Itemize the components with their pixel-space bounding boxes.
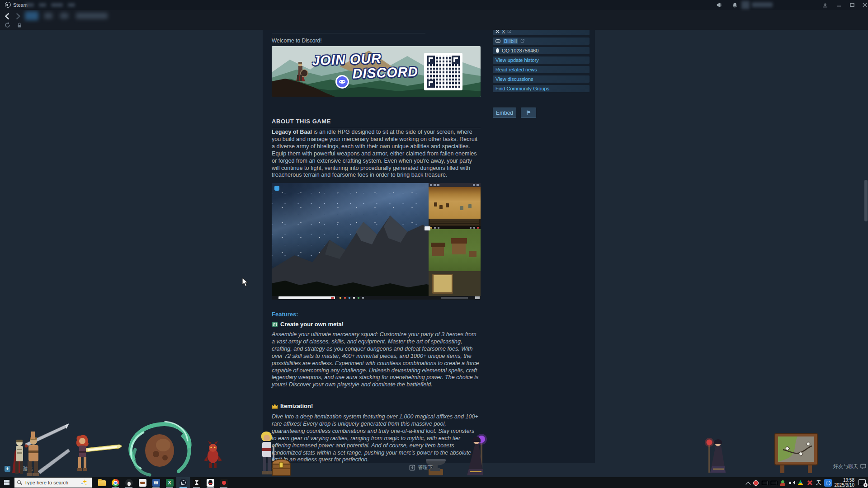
menu-item-blurred[interactable]: [68, 3, 75, 7]
taskbar-excel[interactable]: X: [163, 477, 176, 488]
refresh-icon[interactable]: [5, 22, 11, 28]
scrollbar-thumb[interactable]: [864, 180, 868, 221]
video-dungeon-scene: [429, 271, 481, 296]
discord-banner-image[interactable]: JOIN OUR DISCORD: [272, 46, 481, 97]
steam-footer: + 添加游戏 管理下载 好友与聊天: [0, 463, 868, 477]
maximize-button[interactable]: [847, 1, 857, 9]
excel-icon: X: [166, 479, 174, 487]
notifications-bell-icon[interactable]: [730, 1, 740, 9]
taskbar-apps: W X: [95, 477, 231, 488]
tray-error-icon[interactable]: [806, 479, 814, 487]
system-tray: 天 19:58 2025/3/10 1: [745, 477, 868, 488]
banner-title: JOIN OUR DISCORD: [312, 49, 430, 82]
action-center-icon[interactable]: 1: [857, 477, 868, 488]
taskbar-word[interactable]: W: [149, 477, 163, 488]
section-divider: [272, 33, 425, 33]
close-button[interactable]: [860, 1, 868, 9]
video-player[interactable]: [272, 183, 481, 300]
sidebar-link-label: Find Community Groups: [495, 86, 549, 91]
steam-titlebar: Steam: [0, 0, 868, 10]
notification-badge: 1: [863, 483, 868, 487]
taskbar-hourglass-app[interactable]: [190, 477, 203, 488]
tray-chinese-app-icon[interactable]: 天: [815, 479, 823, 487]
desktop-screen: Steam: [0, 0, 868, 488]
video-desktop-icon: [274, 186, 279, 191]
windows-taskbar: Type here to search W X 天: [0, 477, 868, 488]
announcements-icon[interactable]: [714, 1, 724, 9]
page-title-blurred: [76, 13, 108, 19]
sidebar-link-discussions[interactable]: View discussions: [493, 75, 590, 83]
taskbar-file-explorer[interactable]: [95, 477, 108, 488]
feature-title-text: Itemization!: [280, 403, 313, 409]
lock-icon: [17, 22, 23, 28]
taskbar-steam[interactable]: [176, 477, 190, 488]
forward-button[interactable]: [14, 13, 23, 21]
tray-drive-icon[interactable]: [797, 479, 805, 487]
menu-item-blurred[interactable]: [51, 3, 63, 7]
report-flag-button[interactable]: [521, 108, 536, 118]
file-explorer-icon: [98, 480, 106, 486]
nav-button-blurred[interactable]: [44, 13, 52, 19]
bilibili-icon: [495, 38, 500, 44]
tray-blue-app-icon[interactable]: [824, 479, 832, 487]
manage-downloads-button[interactable]: 管理下载: [409, 464, 438, 471]
about-body-text: is an idle RPG designed to sit at the si…: [272, 129, 477, 178]
tray-recording-icon[interactable]: [752, 479, 760, 487]
qq-icon: [207, 479, 214, 487]
nav-tab-active-blurred[interactable]: [25, 11, 38, 20]
sidebar-link-related-news[interactable]: Read related news: [493, 66, 590, 73]
username-blurred[interactable]: [752, 2, 773, 7]
friends-chat-label: 好友与聊天: [833, 463, 858, 470]
back-button[interactable]: [4, 13, 12, 21]
tray-expand-icon[interactable]: [745, 480, 750, 485]
add-game-label: 添加游戏: [13, 465, 33, 472]
tray-volume-icon[interactable]: [788, 479, 796, 487]
game-name: Legacy of Baal: [272, 129, 312, 135]
taskbar-search-input[interactable]: Type here to search: [14, 478, 92, 488]
tray-projector-icon[interactable]: [770, 479, 778, 487]
tray-contact-icon[interactable]: [779, 479, 787, 487]
start-button[interactable]: [0, 477, 14, 488]
word-icon: W: [152, 479, 160, 487]
banner-title-line2: DISCORD: [352, 64, 430, 81]
feature-body-itemization: Dive into a deep itemization system feat…: [272, 413, 481, 464]
minimize-button[interactable]: [834, 1, 844, 9]
video-battle-scene: [429, 187, 481, 219]
feature-body-meta: Assemble your ultimate mercenary squad: …: [272, 331, 481, 389]
video-taskbar: [272, 296, 481, 300]
sidebar-link-bilibili[interactable]: Bilibili: [493, 38, 590, 45]
taskbar-sdk-app[interactable]: [136, 477, 149, 488]
video-village-scene: [429, 229, 481, 271]
chrome-icon: [112, 479, 119, 487]
steam-logo-icon: [5, 2, 11, 8]
taskbar-qq[interactable]: [203, 477, 217, 488]
nav-button-blurred[interactable]: [60, 13, 69, 19]
video-game-window: [429, 183, 481, 296]
add-game-button[interactable]: + 添加游戏: [5, 465, 33, 472]
menu-item-blurred[interactable]: [25, 3, 34, 7]
mouse-cursor: [242, 277, 248, 289]
clock-date: 2025/3/10: [835, 483, 855, 488]
taskbar-penguin-app[interactable]: [122, 477, 136, 488]
taskbar-recorder[interactable]: [217, 477, 231, 488]
tray-display-icon[interactable]: [761, 479, 769, 487]
taskbar-chrome[interactable]: [108, 477, 122, 488]
minimize-to-tray-button[interactable]: [820, 1, 830, 9]
clock-time: 19:58: [835, 478, 855, 483]
feature-title-text: Create your own meta!: [280, 321, 344, 328]
menu-item-blurred[interactable]: [39, 3, 46, 7]
chat-icon: [860, 464, 866, 469]
video-tooltip: [425, 226, 430, 230]
hourglass-app-icon: [193, 479, 201, 487]
embed-button[interactable]: Embed: [493, 108, 516, 118]
qq-penguin-icon: [495, 48, 500, 54]
sidebar-link-update-history[interactable]: View update history: [493, 56, 590, 64]
taskbar-clock[interactable]: 19:58 2025/3/10: [835, 478, 855, 488]
discord-qr-code: [424, 53, 462, 90]
discord-logo-icon: [335, 75, 349, 89]
sidebar-link-community-groups[interactable]: Find Community Groups: [493, 85, 590, 92]
user-avatar[interactable]: [741, 1, 750, 9]
welcome-heading: Welcome to Discord!: [272, 38, 321, 44]
sidebar-qq-contact[interactable]: QQ 1028756460: [493, 47, 590, 54]
friends-chat-button[interactable]: 好友与聊天: [833, 463, 866, 470]
